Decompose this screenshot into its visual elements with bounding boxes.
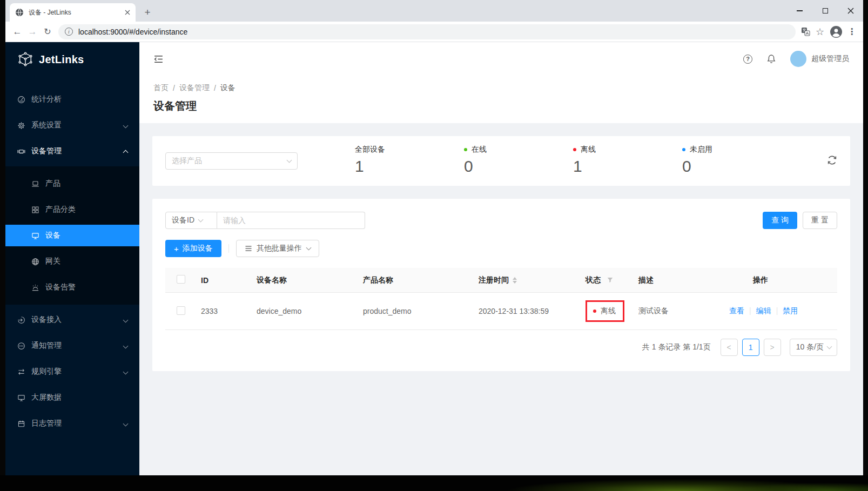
divider: | [749,306,751,315]
disable-link[interactable]: 禁用 [783,306,798,315]
col-header-register-time[interactable]: 注册时间 [474,268,581,293]
reload-icon[interactable] [40,24,55,39]
sidebar-item-device-alarm[interactable]: 设备告警 [5,277,139,298]
add-device-button[interactable]: 添加设备 [165,240,221,257]
menu-dots-icon[interactable] [845,24,859,39]
user-menu[interactable]: 超级管理员 [790,51,849,67]
forward-icon[interactable] [25,24,40,39]
chevron-down-icon [123,123,129,128]
search-input[interactable] [217,212,365,229]
window-controls [787,0,863,22]
filter-funnel-icon[interactable] [607,277,613,283]
search-button[interactable]: 查 询 [763,212,797,229]
sidebar-item-label: 统计分析 [31,95,62,104]
view-link[interactable]: 查看 [729,306,744,315]
address-bar[interactable]: localhost:9000/#/device/instance [58,24,796,39]
chevron-down-icon [306,245,311,251]
product-select-placeholder: 选择产品 [172,156,202,166]
avatar [790,51,806,67]
help-icon[interactable] [743,55,752,64]
sidebar-item-product[interactable]: 产品 [5,173,139,194]
app-topbar: 超级管理员 [139,42,863,76]
row-checkbox[interactable] [177,306,185,315]
edit-link[interactable]: 编辑 [756,306,771,315]
search-compound: 设备ID [165,212,365,229]
sidebar-item-notification[interactable]: 通知管理 [5,335,139,357]
stat-offline: 离线 1 [573,145,682,177]
sidebar-item-gateway[interactable]: 网关 [5,251,139,272]
stat-value: 1 [355,156,464,177]
sidebar-item-product-category[interactable]: 产品分类 [5,199,139,220]
dashboard-icon [17,96,25,104]
sidebar-item-system-settings[interactable]: 系统设置 [5,115,139,136]
stat-label: 离线 [573,145,682,154]
sort-caret-down-icon [513,281,517,284]
tab-close-icon[interactable] [125,10,130,15]
pagination-summary: 共 1 条记录 第 1/1页 [642,342,711,352]
browser-window: 设备 - JetLinks localhost:9000/#/device/in… [5,0,863,479]
new-tab-button[interactable] [140,4,155,19]
sorter-icon[interactable] [513,277,517,284]
search-field-select[interactable]: 设备ID [165,212,217,229]
page-size-select[interactable]: 10 条/页 [790,339,837,356]
desktop-background [0,475,868,491]
sidebar-item-log-mgmt[interactable]: 日志管理 [5,413,139,434]
bell-icon[interactable] [766,54,776,64]
favicon-globe-icon [15,8,24,17]
chevron-down-icon [123,343,129,348]
sidebar-item-device-access[interactable]: 设备接入 [5,309,139,331]
jetlinks-logo-icon [17,51,33,68]
stat-value: 0 [464,156,573,177]
offline-status-dot [573,148,576,151]
maximize-icon[interactable] [812,0,838,22]
url-text[interactable]: localhost:9000/#/device/instance [78,28,187,36]
breadcrumb-home[interactable]: 首页 [153,83,169,93]
site-info-icon[interactable] [65,28,73,36]
select-all-checkbox[interactable] [177,275,185,284]
topbar-actions: 超级管理员 [743,51,849,67]
sidebar-item-stats[interactable]: 统计分析 [5,89,139,110]
menu-fold-icon[interactable] [153,54,164,64]
prev-page-icon[interactable] [721,339,738,356]
page-content: 选择产品 全部设备 1 在线 0 离线 [139,123,863,479]
stat-value: 0 [682,156,791,177]
stat-unactivated: 未启用 0 [682,145,791,177]
stat-label: 全部设备 [355,145,464,154]
cell-product-name: product_demo [359,293,474,330]
translate-icon[interactable] [801,27,810,36]
browser-tab[interactable]: 设备 - JetLinks [10,3,136,22]
breadcrumb-section[interactable]: 设备管理 [179,83,210,93]
minimize-icon[interactable] [787,0,812,22]
breadcrumb-separator: / [173,84,175,92]
sidebar-item-rule-engine[interactable]: 规则引擎 [5,361,139,382]
bookmark-star-icon[interactable] [812,24,827,39]
monitor-icon [31,232,39,240]
close-icon[interactable] [838,0,863,22]
sidebar-item-device[interactable]: 设备 [5,225,139,246]
logo[interactable]: JetLinks [5,42,139,77]
status-annotation-box: 离线 [586,300,624,322]
back-icon[interactable] [10,24,25,39]
product-select[interactable]: 选择产品 [165,152,298,170]
reset-button[interactable]: 重 置 [803,212,837,229]
divider: | [776,306,778,315]
chevron-down-icon [827,344,832,349]
app-root: JetLinks 统计分析 系统设置 设备管理 [5,42,863,479]
refresh-icon[interactable] [827,155,837,167]
pagination: 共 1 条记录 第 1/1页 1 10 条/页 [165,339,837,356]
list-menu-icon [245,245,252,252]
message-icon [17,342,25,350]
sidebar-item-device-mgmt[interactable]: 设备管理 [5,140,139,162]
sidebar-item-label: 通知管理 [31,341,62,351]
sidebar-item-label: 设备告警 [45,283,76,292]
next-page-icon[interactable] [764,339,781,356]
browser-profile-icon[interactable] [830,25,843,38]
gear-icon [17,122,25,130]
page-number-button[interactable]: 1 [742,339,759,356]
sidebar-item-big-screen[interactable]: 大屏数据 [5,387,139,408]
sidebar-item-label: 设备管理 [31,146,62,156]
laptop-icon [31,180,39,188]
col-header-status[interactable]: 状态 [581,268,634,293]
batch-actions-button[interactable]: 其他批量操作 [236,240,319,257]
toolbar-actions [801,24,859,39]
